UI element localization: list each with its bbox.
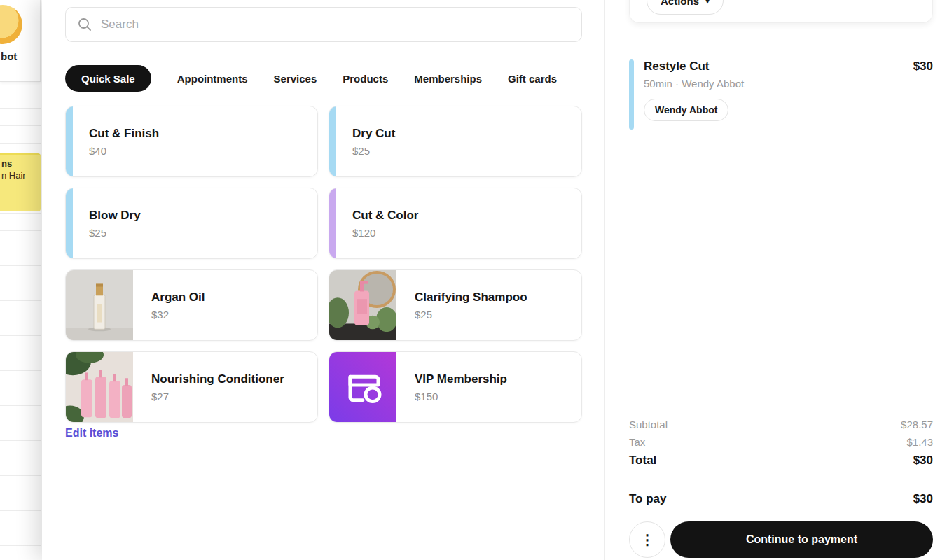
- total-label: Total: [629, 451, 656, 470]
- staff-header-card: bot: [0, 0, 41, 82]
- service-color-stripe: [66, 188, 73, 258]
- tab-services[interactable]: Services: [274, 73, 317, 85]
- tab-gift-cards[interactable]: Gift cards: [508, 73, 557, 85]
- staff-tag[interactable]: Wendy Abbot: [644, 99, 728, 121]
- service-card-dry-cut[interactable]: Dry Cut $25: [329, 106, 582, 177]
- tax-label: Tax: [629, 433, 645, 451]
- continue-to-payment-button[interactable]: Continue to payment: [670, 522, 933, 558]
- product-name: VIP Membership: [415, 372, 507, 386]
- checkout-footer: ⋮ Continue to payment: [629, 522, 933, 558]
- product-name: Argan Oil: [151, 290, 205, 304]
- actions-button[interactable]: Actions ▾: [647, 0, 724, 15]
- service-price: $120: [352, 227, 418, 239]
- to-pay-value: $30: [913, 492, 933, 506]
- argan-oil-photo: [66, 270, 133, 340]
- service-price: $25: [89, 227, 141, 239]
- actions-button-label: Actions: [661, 0, 699, 7]
- service-card-cut-color[interactable]: Cut & Color $120: [329, 188, 582, 259]
- cart-panel: Actions ▾ Restyle Cut $30 50min · Wendy …: [604, 0, 947, 560]
- kebab-icon: ⋮: [640, 531, 654, 548]
- tax-row: Tax $1.43: [629, 433, 933, 451]
- total-value: $30: [913, 451, 933, 470]
- service-color-stripe: [329, 106, 336, 176]
- to-pay-row: To pay $30: [629, 492, 933, 506]
- product-price: $32: [151, 309, 205, 321]
- tab-memberships[interactable]: Memberships: [414, 73, 482, 85]
- product-card-argan-oil[interactable]: Argan Oil $32: [65, 270, 318, 341]
- calendar-event-block[interactable]: ns n Hair: [0, 153, 41, 211]
- tab-bar: Quick Sale Appointments Services Product…: [65, 65, 557, 92]
- search-input[interactable]: [101, 18, 570, 31]
- cart-item-name: Restyle Cut: [644, 59, 710, 74]
- cart-header-card: Actions ▾: [629, 0, 933, 23]
- avatar: [0, 5, 22, 44]
- tax-value: $1.43: [906, 433, 933, 451]
- cart-item-details: 50min · Wendy Abbot: [644, 78, 933, 90]
- product-name: Clarifying Shampoo: [415, 290, 527, 304]
- cart-item-price: $30: [913, 59, 933, 74]
- more-options-button[interactable]: ⋮: [629, 522, 665, 558]
- subtotal-value: $28.57: [901, 416, 933, 433]
- total-row: Total $30: [629, 451, 933, 470]
- service-name: Blow Dry: [89, 209, 141, 223]
- product-price: $25: [415, 309, 527, 321]
- catalog-grid: Cut & Finish $40 Dry Cut $25 Blow Dry $2…: [65, 106, 582, 423]
- background-page: ns n Hair bot: [0, 0, 42, 560]
- service-name: Cut & Color: [352, 209, 418, 223]
- product-card-vip-membership[interactable]: VIP Membership $150: [329, 351, 582, 423]
- subtotal-label: Subtotal: [629, 416, 668, 433]
- product-card-clarifying-shampoo[interactable]: Clarifying Shampoo $25: [329, 270, 582, 341]
- edit-items-link[interactable]: Edit items: [65, 427, 118, 440]
- catalog-area: Quick Sale Appointments Services Product…: [65, 0, 582, 560]
- to-pay-label: To pay: [629, 492, 667, 506]
- conditioner-photo: [66, 352, 133, 422]
- divider: [605, 484, 947, 484]
- service-color-stripe: [629, 59, 634, 130]
- product-price: $150: [415, 391, 507, 402]
- tab-quick-sale[interactable]: Quick Sale: [65, 65, 151, 92]
- cart-line-item[interactable]: Restyle Cut $30 50min · Wendy Abbot Wend…: [629, 59, 933, 121]
- product-card-nourishing-conditioner[interactable]: Nourishing Conditioner $27: [65, 351, 318, 423]
- service-price: $40: [89, 145, 159, 157]
- product-price: $27: [151, 391, 284, 402]
- search-icon: [77, 17, 92, 32]
- tab-products[interactable]: Products: [343, 73, 388, 85]
- staff-name-label: bot: [1, 50, 17, 62]
- service-price: $25: [352, 145, 395, 157]
- subtotal-row: Subtotal $28.57: [629, 416, 933, 433]
- service-color-stripe: [329, 188, 336, 258]
- service-color-stripe: [66, 106, 73, 176]
- service-name: Cut & Finish: [89, 127, 159, 141]
- product-name: Nourishing Conditioner: [151, 372, 284, 386]
- event-title: ns: [1, 158, 39, 169]
- chevron-down-icon: ▾: [705, 0, 710, 5]
- event-subtitle: n Hair: [1, 169, 39, 181]
- shampoo-photo: [329, 270, 396, 340]
- service-name: Dry Cut: [352, 127, 395, 141]
- search-bar[interactable]: [65, 7, 582, 42]
- checkout-modal: Quick Sale Appointments Services Product…: [42, 0, 947, 560]
- membership-card-icon: [329, 352, 396, 422]
- service-card-blow-dry[interactable]: Blow Dry $25: [65, 188, 318, 259]
- tab-appointments[interactable]: Appointments: [177, 73, 248, 85]
- totals-section: Subtotal $28.57 Tax $1.43 Total $30: [629, 416, 933, 470]
- service-card-cut-finish[interactable]: Cut & Finish $40: [65, 106, 318, 177]
